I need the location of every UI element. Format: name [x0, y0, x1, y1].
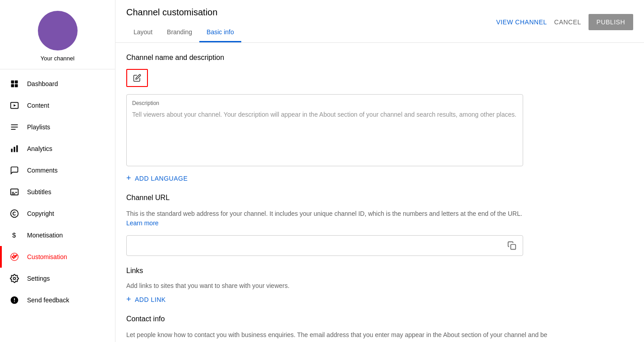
svg-marker-5 [14, 105, 16, 107]
content-icon [9, 100, 20, 111]
customisation-icon [9, 251, 20, 262]
contact-info-section: Contact info Let people know how to cont… [126, 315, 633, 340]
sidebar-item-subtitles[interactable]: Subtitles [0, 181, 115, 203]
plus-icon-2: + [126, 295, 131, 304]
dashboard-icon [9, 78, 20, 89]
svg-rect-9 [11, 149, 13, 152]
contact-info-title: Contact info [126, 315, 633, 323]
add-language-button[interactable]: + ADD LANGUAGE [126, 173, 633, 183]
channel-url-section: Channel URL This is the standard web add… [126, 194, 633, 256]
channel-profile: Your channel [0, 0, 115, 69]
channel-name: Your channel [41, 55, 74, 62]
tab-basic-info[interactable]: Basic info [199, 23, 241, 42]
sidebar-item-label-playlists: Playlists [27, 123, 50, 131]
sidebar-item-label-analytics: Analytics [27, 145, 52, 152]
svg-rect-3 [15, 84, 18, 87]
svg-text:$: $ [12, 231, 16, 239]
sidebar-item-label-customisation: Customisation [27, 253, 67, 260]
svg-rect-2 [11, 84, 14, 87]
publish-button[interactable]: PUBLISH [589, 14, 633, 30]
tab-branding[interactable]: Branding [160, 23, 199, 42]
pencil-icon [133, 74, 141, 82]
subtitles-icon [9, 187, 20, 197]
sidebar-item-label-content: Content [27, 102, 49, 109]
playlists-icon [9, 122, 20, 132]
sidebar-item-label-settings: Settings [27, 275, 50, 282]
sidebar-item-label-send-feedback: Send feedback [27, 296, 69, 304]
url-input-container [126, 235, 523, 256]
feedback-icon [9, 295, 20, 306]
sidebar-item-label-copyright: Copyright [27, 210, 54, 217]
sidebar-item-content[interactable]: Content [0, 95, 115, 116]
url-input[interactable] [132, 242, 506, 249]
sidebar-item-customisation[interactable]: Customisation [0, 246, 115, 268]
svg-point-16 [11, 210, 18, 218]
analytics-icon [9, 143, 20, 154]
add-link-label: ADD LINK [135, 296, 166, 303]
channel-url-title: Channel URL [126, 194, 633, 202]
contact-info-description: Let people know how to contact you with … [126, 330, 633, 340]
sidebar-item-comments[interactable]: Comments [0, 160, 115, 181]
sidebar-item-label-subtitles: Subtitles [27, 188, 51, 196]
sidebar-item-label-monetisation: Monetisation [27, 232, 63, 239]
sidebar-item-send-feedback[interactable]: Send feedback [0, 289, 115, 311]
add-link-button[interactable]: + ADD LINK [126, 295, 633, 304]
svg-rect-1 [15, 81, 18, 84]
comments-icon [9, 165, 20, 176]
copy-icon[interactable] [506, 240, 517, 251]
channel-name-section: Channel name and description Description… [126, 54, 633, 166]
cancel-button[interactable]: CANCEL [554, 18, 581, 26]
tab-layout[interactable]: Layout [126, 23, 160, 42]
svg-rect-10 [14, 147, 15, 152]
avatar[interactable] [38, 11, 78, 50]
links-title: Links [126, 267, 633, 275]
sidebar-nav: Dashboard Content Playlists Analytics [0, 69, 115, 342]
sidebar-item-copyright[interactable]: Copyright [0, 203, 115, 224]
description-field[interactable]: Description Tell viewers about your chan… [126, 94, 523, 166]
svg-rect-11 [16, 146, 18, 152]
sidebar: Your channel Dashboard Content Playlists [0, 0, 115, 342]
sidebar-item-settings[interactable]: Settings [0, 268, 115, 289]
page-header-left: Channel customisation Layout Branding Ba… [126, 7, 241, 42]
edit-pencil-button[interactable] [126, 69, 148, 87]
channel-url-description: This is the standard web address for you… [126, 209, 523, 228]
sidebar-item-label-dashboard: Dashboard [27, 80, 58, 87]
description-placeholder: Tell viewers about your channel. Your de… [132, 110, 517, 119]
plus-icon: + [126, 173, 131, 183]
add-language-label: ADD LANGUAGE [135, 175, 188, 182]
sidebar-item-analytics[interactable]: Analytics [0, 138, 115, 160]
description-label: Description [132, 100, 517, 106]
section-title-name: Channel name and description [126, 54, 633, 62]
learn-more-link[interactable]: Learn more [126, 219, 159, 227]
settings-icon [9, 273, 20, 284]
edit-button-container [126, 69, 633, 87]
svg-rect-0 [11, 81, 14, 84]
page-header: Channel customisation Layout Branding Ba… [115, 0, 644, 43]
page-title: Channel customisation [126, 7, 241, 18]
svg-point-18 [14, 278, 16, 280]
main-area: Channel customisation Layout Branding Ba… [115, 0, 644, 342]
links-description: Add links to sites that you want to shar… [126, 282, 633, 289]
links-section: Links Add links to sites that you want t… [126, 267, 633, 304]
page-header-right: VIEW CHANNEL CANCEL PUBLISH [496, 14, 633, 36]
view-channel-button[interactable]: VIEW CHANNEL [496, 18, 547, 26]
copyright-icon [9, 208, 20, 219]
sidebar-item-dashboard[interactable]: Dashboard [0, 73, 115, 95]
content-area: Channel name and description Description… [115, 43, 644, 342]
sidebar-item-monetisation[interactable]: $ Monetisation [0, 224, 115, 246]
tabs: Layout Branding Basic info [126, 23, 241, 42]
svg-rect-19 [511, 245, 516, 250]
monetisation-icon: $ [9, 230, 20, 241]
sidebar-item-playlists[interactable]: Playlists [0, 116, 115, 138]
sidebar-item-label-comments: Comments [27, 167, 58, 174]
